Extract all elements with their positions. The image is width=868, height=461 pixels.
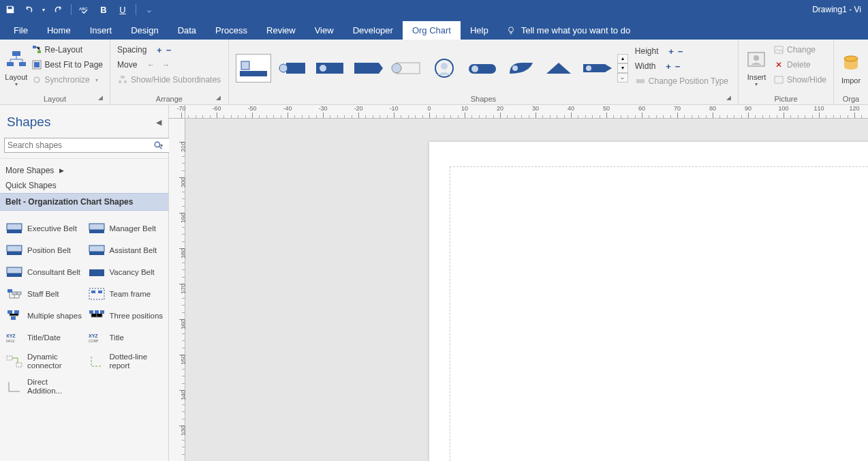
drawing-canvas[interactable]: -70-60-50-40-30-20-100102030405060708090… (169, 105, 868, 461)
gallery-scroll-down[interactable]: ▾ (617, 63, 628, 73)
quick-shapes-button[interactable]: Quick Shapes (0, 178, 168, 193)
import-button[interactable]: Impor (838, 42, 864, 93)
width-control[interactable]: Width +− (632, 59, 731, 74)
relayout-button[interactable]: Re-Layout (29, 42, 106, 57)
gallery-style-1[interactable] (236, 54, 271, 83)
tab-view[interactable]: View (305, 21, 343, 40)
shape-item[interactable]: Team frame (87, 286, 166, 302)
more-shapes-button[interactable]: More Shapes▶ (0, 159, 168, 178)
shape-thumb-icon (88, 355, 106, 368)
collapse-shapes-icon[interactable]: ◀ (156, 118, 161, 127)
gallery-style-5[interactable] (388, 54, 424, 83)
shape-item[interactable]: Position Belt (4, 242, 84, 258)
gallery-style-3[interactable] (312, 54, 347, 83)
tab-insert[interactable]: Insert (80, 21, 122, 40)
gallery-style-2[interactable] (274, 54, 309, 83)
group-orgdata: Impor Orga (834, 40, 868, 104)
showhide-picture-button[interactable]: Show/Hide (771, 72, 829, 87)
gallery-style-6[interactable] (427, 54, 462, 83)
redo-icon[interactable] (52, 3, 64, 16)
layout-button[interactable]: Layout ▾ (4, 42, 29, 93)
shape-item[interactable]: Consultant Belt (4, 264, 84, 280)
height-control[interactable]: Height +− (632, 44, 731, 59)
showhide-subordinates-button[interactable]: Show/Hide Subordinates (114, 72, 224, 87)
gallery-scroll: ▴ ▾ ⌵ (617, 54, 628, 83)
change-picture-button[interactable]: Change (771, 42, 829, 57)
change-position-type-button[interactable]: Change Position Type (632, 74, 731, 89)
layout-launcher-icon[interactable]: ◢ (96, 93, 104, 102)
shape-item[interactable]: XYZ04/12Title/Date (4, 329, 84, 346)
shapes-launcher-icon[interactable]: ◢ (724, 93, 732, 102)
move-control[interactable]: Move ← → (114, 57, 224, 72)
svg-rect-44 (89, 269, 104, 276)
bold-button[interactable]: B (97, 3, 110, 16)
search-dropdown-icon[interactable]: ▾ (157, 138, 166, 153)
undo-dropdown[interactable]: ▾ (42, 7, 45, 13)
tab-data[interactable]: Data (168, 21, 206, 40)
arrange-launcher-icon[interactable]: ◢ (215, 93, 223, 102)
height-minus[interactable]: − (678, 46, 683, 57)
gallery-style-7[interactable] (465, 54, 500, 83)
tab-home[interactable]: Home (37, 21, 80, 40)
move-left-icon[interactable]: ← (147, 61, 155, 69)
tab-orgchart[interactable]: Org Chart (403, 21, 461, 40)
tab-file[interactable]: File (4, 21, 37, 40)
shape-item[interactable]: Three positions (87, 308, 166, 324)
shape-item[interactable]: Dynamic connector (4, 351, 84, 371)
spacing-plus[interactable]: + (157, 45, 162, 55)
gallery-style-10[interactable] (579, 54, 615, 83)
svg-rect-38 (7, 252, 22, 255)
svg-text:04/12: 04/12 (6, 339, 15, 343)
tab-help[interactable]: Help (461, 21, 498, 40)
height-plus[interactable]: + (668, 46, 674, 57)
delete-picture-button[interactable]: ✕Delete (771, 57, 829, 72)
shape-item-label: Manager Belt (110, 224, 156, 233)
save-icon[interactable] (4, 3, 16, 16)
tab-developer[interactable]: Developer (343, 21, 403, 40)
svg-rect-34 (7, 230, 22, 233)
shape-item[interactable]: Executive Belt (4, 220, 84, 237)
shape-item[interactable]: Direct Addition... (4, 376, 84, 396)
svg-rect-10 (119, 80, 121, 83)
spacing-control[interactable]: Spacing +− (114, 42, 224, 57)
svg-rect-12 (240, 71, 267, 76)
gallery-style-9[interactable] (541, 54, 576, 83)
active-stencil[interactable]: Belt - Organization Chart Shapes (0, 193, 168, 211)
shape-item[interactable]: Multiple shapes (4, 308, 84, 324)
shape-item-label: Position Belt (27, 246, 71, 255)
tab-process[interactable]: Process (206, 21, 257, 40)
group-layout: Layout ▾ Re-Layout Best Fit to Page Sync… (0, 40, 110, 104)
tab-design[interactable]: Design (121, 21, 168, 40)
spacing-minus[interactable]: − (166, 45, 172, 55)
synchronize-button[interactable]: Synchronize▾ (29, 72, 106, 87)
window-title: Drawing1 - Vi (812, 5, 864, 14)
shape-item[interactable]: Manager Belt (87, 220, 166, 237)
shape-item[interactable]: Vacancy Belt (87, 264, 166, 280)
move-right-icon[interactable]: → (162, 61, 170, 69)
insert-picture-button[interactable]: Insert ▾ (743, 42, 771, 93)
shape-item[interactable]: Assistant Belt (87, 242, 166, 258)
tab-review[interactable]: Review (257, 21, 305, 40)
svg-rect-47 (17, 292, 21, 295)
svg-rect-49 (91, 291, 95, 293)
width-minus[interactable]: − (675, 61, 681, 72)
gallery-scroll-up[interactable]: ▴ (617, 54, 628, 63)
shape-item[interactable]: Staff Belt (4, 286, 84, 302)
gallery-style-8[interactable] (503, 54, 538, 83)
gallery-style-4[interactable] (350, 54, 386, 83)
qat-customize-icon[interactable]: ⌵ (143, 3, 155, 16)
shape-thumb-icon (5, 380, 23, 393)
svg-point-17 (320, 65, 326, 72)
shape-item[interactable]: XYZCORPTitle (87, 329, 166, 346)
svg-rect-56 (100, 310, 104, 314)
tell-me-search[interactable]: Tell me what you want to do (498, 21, 638, 40)
shape-item[interactable]: Dotted-line report (87, 351, 166, 371)
svg-rect-37 (89, 224, 104, 230)
width-plus[interactable]: + (666, 61, 671, 72)
underline-button[interactable]: U (117, 3, 129, 16)
undo-icon[interactable] (23, 3, 35, 16)
shapes-panel-title: Shapes (7, 115, 50, 130)
spellcheck-icon[interactable]: ABC (78, 3, 91, 16)
gallery-expand[interactable]: ⌵ (617, 73, 628, 83)
bestfit-button[interactable]: Best Fit to Page (29, 57, 106, 72)
